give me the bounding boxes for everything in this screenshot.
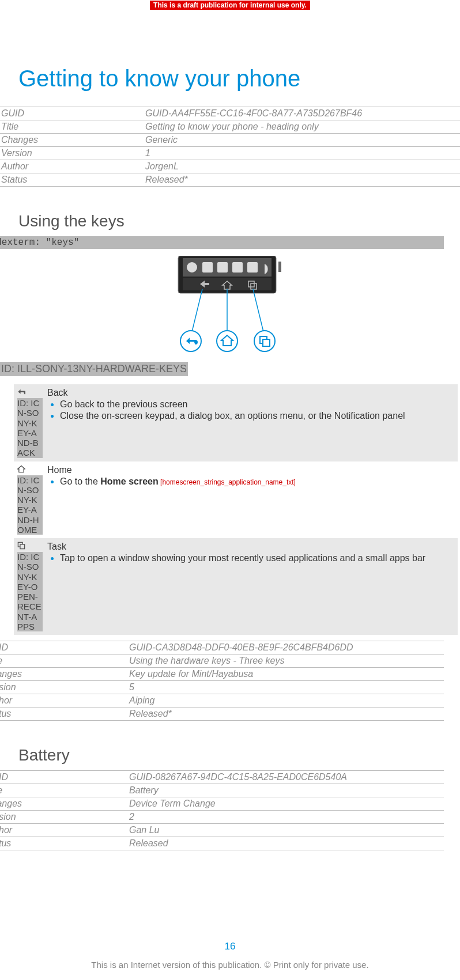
indexterm-label: Indexterm: "keys" — [0, 236, 444, 249]
key-home-bullet: Go to the Home screen [homescreen_string… — [60, 476, 458, 487]
svg-rect-18 — [263, 339, 270, 346]
meta-row: TitleGetting to know your phone - headin… — [0, 120, 460, 133]
key-row-task: ID: ICN-SONY-KEY-OPEN-RECENT-APPS Task T… — [14, 538, 458, 635]
meta-row: StatusReleased — [0, 837, 444, 850]
svg-rect-10 — [278, 262, 281, 272]
page-number: 16 — [0, 941, 460, 952]
phone-keys-illustration — [16, 256, 444, 354]
key-back-bullet-2: Close the on-screen keypad, a dialog box… — [60, 411, 458, 421]
svg-rect-4 — [217, 262, 228, 273]
svg-rect-20 — [20, 544, 25, 549]
meta-row: AuthorGan Lu — [0, 823, 444, 837]
key-name-back: Back — [47, 388, 458, 398]
meta-row: ChangesDevice Term Change — [0, 797, 444, 810]
key-id-home: ID: ICN-SONY-KEY-AND-HOME — [17, 475, 43, 535]
page-title: Getting to know your phone — [18, 66, 444, 92]
home-icon — [17, 465, 25, 475]
recent-apps-icon — [17, 542, 25, 552]
meta-row: Version5 — [0, 680, 444, 694]
meta-row: GUIDGUID-CA3D8D48-DDF0-40EB-8E9F-26C4BFB… — [0, 641, 444, 654]
illustration-id: ID: ILL-SONY-13NY-HARDWARE-KEYS — [0, 362, 188, 376]
svg-rect-5 — [232, 262, 243, 273]
meta-block-2: GUIDGUID-CA3D8D48-DDF0-40EB-8E9F-26C4BFB… — [0, 641, 444, 721]
meta-row: StatusReleased* — [0, 173, 460, 187]
svg-line-11 — [191, 289, 202, 336]
svg-rect-3 — [202, 262, 213, 273]
key-name-task: Task — [47, 542, 458, 552]
back-icon — [17, 388, 25, 398]
key-row-home: ID: ICN-SONY-KEY-AND-HOME Home Go to the… — [14, 461, 458, 539]
meta-row: ChangesKey update for Mint/Hayabusa — [0, 667, 444, 680]
meta-row: Version1 — [0, 146, 460, 160]
meta-row: StatusReleased* — [0, 707, 444, 721]
key-back-bullet-1: Go back to the previous screen — [60, 399, 458, 410]
svg-line-13 — [253, 289, 265, 336]
meta-block-1: GUIDGUID-AA4FF55E-CC16-4F0C-8A77-A735D26… — [0, 107, 460, 187]
svg-rect-6 — [247, 262, 258, 273]
meta-row: ChangesGeneric — [0, 133, 460, 146]
meta-row: GUIDGUID-AA4FF55E-CC16-4F0C-8A77-A735D26… — [0, 107, 460, 120]
key-row-back: ID: ICN-SONY-KEY-AND-BACK Back Go back t… — [14, 384, 458, 461]
meta-row: GUIDGUID-08267A67-94DC-4C15-8A25-EAD0CE6… — [0, 770, 444, 784]
svg-point-2 — [187, 262, 197, 273]
draft-banner: This is a draft publication for internal… — [149, 0, 311, 10]
key-task-bullet-1: Tap to open a window showing your most r… — [60, 553, 458, 563]
meta-block-3: GUIDGUID-08267A67-94DC-4C15-8A25-EAD0CE6… — [0, 770, 444, 850]
meta-row: TitleUsing the hardware keys - Three key… — [0, 654, 444, 667]
key-id-back: ID: ICN-SONY-KEY-AND-BACK — [17, 398, 43, 458]
meta-row: Version2 — [0, 810, 444, 823]
key-id-task: ID: ICN-SONY-KEY-OPEN-RECENT-APPS — [17, 552, 43, 631]
section-battery: Battery — [18, 746, 444, 765]
section-using-keys: Using the keys — [18, 212, 444, 230]
footer-copyright: This is an Internet version of this publ… — [0, 960, 460, 970]
meta-row: AuthorJorgenL — [0, 160, 460, 173]
svg-rect-7 — [183, 278, 272, 290]
key-description-table: ID: ICN-SONY-KEY-AND-BACK Back Go back t… — [14, 384, 458, 635]
meta-row: TitleBattery — [0, 784, 444, 797]
key-name-home: Home — [47, 465, 458, 475]
meta-row: AuthorAiping — [0, 694, 444, 707]
